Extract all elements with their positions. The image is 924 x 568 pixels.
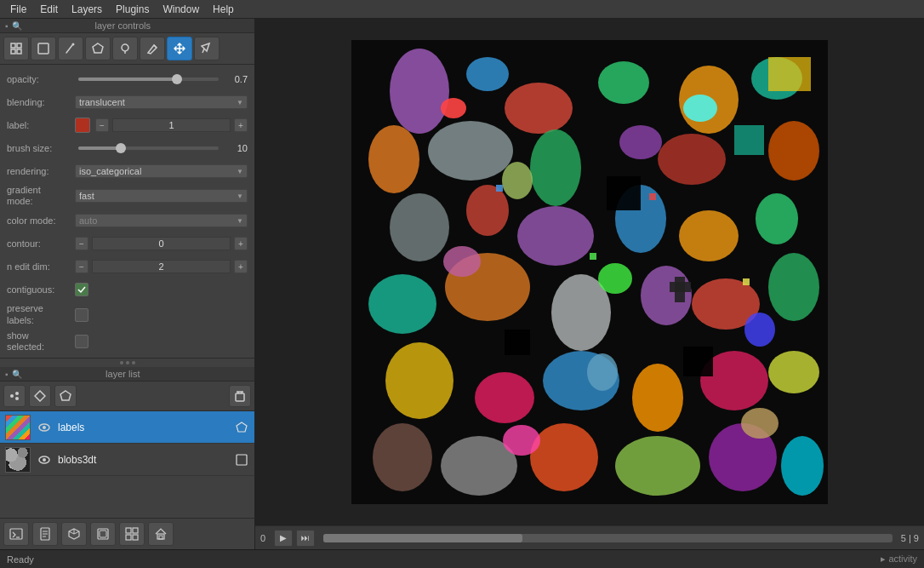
grid-button[interactable] — [119, 522, 145, 546]
terminal-button[interactable] — [3, 522, 29, 546]
contour-value[interactable]: 0 — [92, 237, 231, 250]
layer-item-blobs3dt[interactable]: blobs3dt — [0, 444, 254, 476]
layer-controls-header: ▪ 🔍 layer controls — [0, 19, 254, 33]
move-tool-btn[interactable] — [167, 37, 192, 60]
delete-layer-btn[interactable] — [229, 385, 251, 407]
panel-collapse-icon[interactable]: ▪ — [5, 21, 9, 31]
contour-decrement[interactable]: − — [75, 237, 88, 250]
preserve-labels-checkbox[interactable] — [75, 308, 88, 322]
new-shapes-layer-btn[interactable] — [29, 385, 51, 407]
svg-rect-85 — [683, 347, 713, 376]
svg-rect-39 — [126, 535, 131, 540]
contiguous-checkbox[interactable] — [75, 283, 88, 296]
opacity-thumb[interactable] — [172, 74, 182, 84]
layer-items: labels blobs3dt — [0, 411, 254, 518]
timeline-end-btn[interactable]: ⏭ — [296, 530, 315, 547]
svg-point-94 — [443, 246, 481, 277]
layer-name-labels: labels — [58, 422, 234, 433]
layer-item-labels[interactable]: labels — [0, 411, 254, 444]
3d-button[interactable] — [61, 522, 87, 546]
svg-point-88 — [744, 313, 775, 347]
layer-list-toolbar — [0, 382, 254, 411]
contour-label: contour: — [7, 238, 75, 249]
contiguous-row: contiguous: — [7, 280, 248, 299]
home-button[interactable] — [148, 522, 174, 546]
show-selected-label: showselected: — [7, 330, 75, 353]
svg-point-24 — [43, 458, 46, 462]
layer-list-search-icon[interactable]: 🔍 — [12, 370, 22, 379]
layer-controls-title: layer controls — [95, 20, 151, 31]
new-points-layer-btn[interactable] — [3, 385, 26, 407]
menu-window[interactable]: Window — [156, 2, 206, 17]
rendering-arrow: ▼ — [237, 168, 243, 175]
layer-list-header: ▪ 🔍 layer list — [0, 367, 254, 382]
activity-indicator: ▸ activity — [881, 554, 917, 565]
preserve-labels-row: preservelabels: — [7, 303, 248, 325]
opacity-control: 0.7 — [75, 74, 248, 84]
svg-rect-37 — [126, 528, 131, 533]
svg-point-52 — [368, 125, 419, 193]
color-mode-dropdown[interactable]: auto ▼ — [75, 214, 248, 227]
panel-search-icon[interactable]: 🔍 — [12, 21, 22, 31]
pen-tool-btn[interactable] — [140, 37, 165, 60]
blending-dropdown[interactable]: translucent ▼ — [75, 95, 248, 109]
slice-button[interactable] — [90, 522, 116, 546]
opacity-value: 0.7 — [222, 74, 248, 84]
timeline-play-btn[interactable]: ▶ — [274, 530, 293, 547]
layer-type-icon-blobs3dt — [234, 452, 249, 468]
paint-tool-btn[interactable] — [31, 37, 56, 60]
n-edit-dim-increment[interactable]: + — [234, 260, 248, 273]
svg-point-96 — [741, 408, 779, 439]
svg-rect-99 — [590, 253, 596, 260]
gradient-mode-label: gradientmode: — [7, 185, 75, 207]
menu-help[interactable]: Help — [206, 2, 241, 17]
canvas-image — [351, 40, 828, 504]
layer-list-collapse-icon[interactable]: ▪ — [5, 370, 9, 379]
label-increment[interactable]: + — [234, 118, 248, 132]
svg-point-45 — [390, 49, 449, 134]
svg-point-56 — [658, 134, 726, 185]
layer-type-icon-labels — [234, 420, 249, 435]
controls-panel: opacity: 0.7 blending: translucent ▼ — [0, 65, 254, 359]
transform-tool-btn[interactable] — [3, 37, 29, 60]
timeline-bar: 0 ▶ ⏭ 5 | 9 — [255, 525, 924, 549]
menu-plugins[interactable]: Plugins — [109, 2, 156, 17]
n-edit-dim-value[interactable]: 2 — [92, 260, 231, 273]
brush-tool-btn[interactable] — [58, 37, 83, 60]
svg-point-64 — [756, 193, 798, 244]
label-color-swatch[interactable] — [75, 118, 90, 133]
pick-tool-btn[interactable] — [194, 37, 220, 60]
brush-size-thumb[interactable] — [116, 143, 126, 153]
svg-point-55 — [619, 125, 662, 159]
status-bar: Ready ▸ activity — [0, 549, 924, 568]
script-button[interactable] — [32, 522, 58, 546]
fill-tool-btn[interactable] — [112, 37, 138, 60]
gradient-mode-dropdown[interactable]: fast ▼ — [75, 189, 248, 203]
layer-visibility-blobs3dt[interactable] — [36, 451, 53, 468]
layer-visibility-labels[interactable] — [36, 419, 53, 436]
svg-rect-38 — [133, 528, 138, 533]
menu-layers[interactable]: Layers — [65, 2, 109, 17]
contour-increment[interactable]: + — [234, 237, 248, 250]
menu-file[interactable]: File — [3, 2, 33, 17]
svg-line-10 — [154, 45, 157, 48]
show-selected-checkbox[interactable] — [75, 335, 88, 348]
svg-point-79 — [530, 423, 598, 491]
svg-point-89 — [503, 425, 540, 456]
label-decrement[interactable]: − — [95, 118, 109, 132]
menu-edit[interactable]: Edit — [33, 2, 65, 17]
select-tool-btn[interactable] — [85, 37, 111, 60]
opacity-slider[interactable] — [78, 77, 219, 81]
svg-rect-4 — [38, 43, 48, 54]
svg-rect-41 — [157, 534, 164, 539]
preserve-labels-label: preservelabels: — [7, 303, 75, 325]
label-value[interactable]: 1 — [112, 118, 231, 132]
svg-point-77 — [373, 423, 432, 491]
n-edit-dim-decrement[interactable]: − — [75, 260, 88, 273]
new-labels-layer-btn[interactable] — [54, 385, 77, 407]
timeline-slider[interactable] — [323, 534, 893, 542]
rendering-dropdown[interactable]: iso_categorical ▼ — [75, 164, 248, 178]
main-layout: ▪ 🔍 layer controls — [0, 19, 924, 549]
canvas-container[interactable] — [255, 19, 924, 525]
brush-size-slider[interactable] — [78, 146, 219, 150]
